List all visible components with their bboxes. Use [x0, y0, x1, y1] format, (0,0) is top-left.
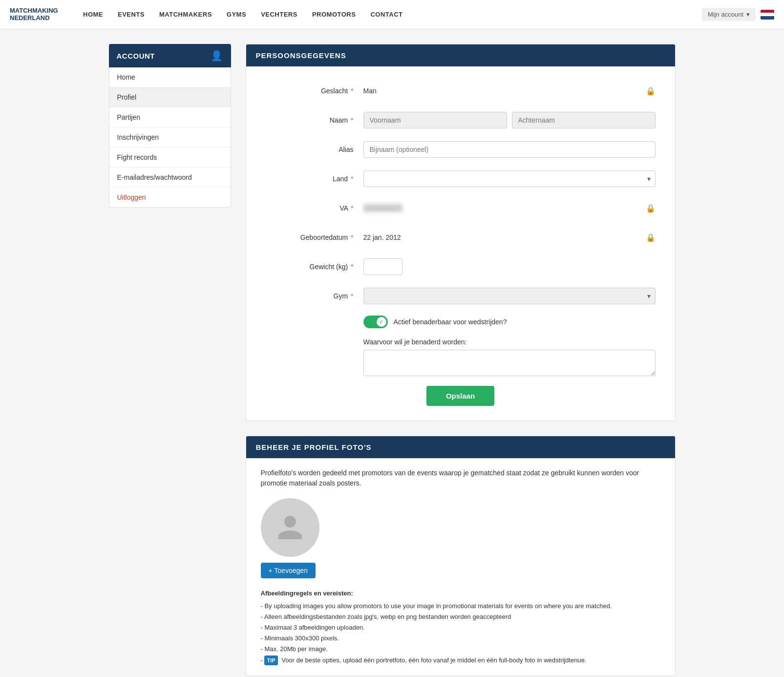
gym-field: ▾ [363, 288, 656, 304]
gewicht-label: Gewicht (kg) * [266, 263, 363, 271]
land-label: Land * [266, 175, 363, 183]
nav-vechters[interactable]: VECHTERS [261, 11, 297, 18]
land-row: Land * Nederland België ▾ [266, 169, 656, 189]
geboortedatum-field: 22 jan. 2012 🔒 [363, 233, 656, 242]
nav-home[interactable]: HOME [83, 11, 103, 18]
gym-required: * [351, 292, 353, 300]
image-rule-3: - Minimaals 300x300 pixels. [261, 633, 660, 644]
geboortedatum-value: 22 jan. 2012 [363, 233, 401, 241]
sidebar-item-partijen[interactable]: Partijen [109, 107, 231, 127]
sidebar-item-fight-records[interactable]: Fight records [109, 148, 231, 168]
geboortedatum-lock-icon: 🔒 [646, 233, 656, 242]
nav-right: Mijn account ▾ [702, 8, 774, 21]
user-menu-button[interactable]: Mijn account ▾ [702, 8, 756, 21]
sidebar-item-email[interactable]: E-mailadres/wachtwoord [109, 168, 231, 188]
waarvoor-row: Waarvoor wil je benaderd worden: [266, 338, 656, 376]
va-field: 🔒 [363, 204, 656, 213]
image-rules: Afbeeldingregels en vereisten: - By uplo… [261, 588, 660, 666]
land-required: * [351, 175, 353, 183]
naam-field [363, 112, 656, 128]
persoonsgegevens-section: PERSOONSGEGEVENS Geslacht * Man 🔒 [246, 44, 676, 421]
nav-matchmakers[interactable]: MATCHMAKERS [159, 11, 212, 18]
sidebar-header: ACCOUNT 👤 [109, 44, 231, 67]
navigation: MATCHMAKING NEDERLAND HOME EVENTS MATCHM… [0, 0, 784, 29]
gym-row: Gym * ▾ [266, 286, 656, 306]
name-fields [363, 112, 656, 128]
gym-select-wrapper: ▾ [363, 288, 656, 304]
sidebar-nav: Home Profiel Partijen Inschrijvingen Fig… [109, 67, 231, 208]
land-field: Nederland België ▾ [363, 170, 656, 187]
nav-contact[interactable]: CONTACT [370, 11, 403, 18]
image-rule-2: - Maximaal 3 afbeeldingen uploaden. [261, 622, 660, 633]
toggle-row: ✓ Actief benaderbaar voor wedstrijden? [266, 316, 656, 328]
gym-select[interactable] [363, 288, 656, 304]
geslacht-required: * [351, 87, 353, 95]
gewicht-row: Gewicht (kg) * [266, 257, 656, 276]
toggle-thumb: ✓ [377, 317, 386, 327]
gewicht-field [363, 258, 656, 275]
image-rule-0: - By uploading images you allow promotor… [261, 601, 660, 612]
sidebar-item-inschrijvingen[interactable]: Inschrijvingen [109, 127, 231, 148]
add-photo-button[interactable]: + Toevoegen [261, 563, 316, 578]
toggle-switch[interactable]: ✓ [363, 316, 388, 328]
image-rule-4: - Max. 20Mb per image. [261, 644, 660, 655]
save-button[interactable]: Opslaan [426, 386, 494, 406]
geslacht-field: Man 🔒 [363, 86, 656, 96]
profielfoto-body: Profielfoto's worden gedeeld met promoto… [246, 458, 675, 676]
sidebar-item-home[interactable]: Home [109, 67, 231, 87]
alias-field [363, 141, 656, 158]
save-row: Opslaan [266, 386, 656, 406]
alias-row: Alias [266, 140, 656, 159]
geslacht-label: Geslacht * [266, 87, 363, 95]
geboortedatum-required: * [351, 233, 353, 241]
va-value [363, 204, 403, 212]
profielfoto-header: BEHEER JE PROFIEL FOTO'S [246, 436, 675, 458]
land-select-wrapper: Nederland België ▾ [363, 170, 656, 187]
geboortedatum-row: Geboortedatum * 22 jan. 2012 🔒 [266, 228, 656, 247]
land-select[interactable]: Nederland België [363, 170, 656, 187]
waarvoor-label: Waarvoor wil je benaderd worden: [363, 338, 656, 346]
profielfoto-section: BEHEER JE PROFIEL FOTO'S Profielfoto's w… [246, 436, 676, 676]
va-label: VA * [266, 204, 363, 212]
avatar-icon [275, 513, 305, 542]
sidebar-item-profiel[interactable]: Profiel [109, 87, 231, 107]
image-rules-header: Afbeeldingregels en vereisten: [261, 588, 660, 599]
gewicht-required: * [351, 263, 353, 271]
nav-links: HOME EVENTS MATCHMAKERS GYMS VECHTERS PR… [83, 11, 702, 18]
alias-input[interactable] [363, 141, 656, 158]
logo[interactable]: MATCHMAKING NEDERLAND [10, 7, 64, 21]
last-name-input[interactable] [512, 112, 656, 128]
va-row: VA * 🔒 [266, 198, 656, 218]
avatar-placeholder [261, 498, 319, 557]
va-lock-icon: 🔒 [646, 204, 656, 213]
language-flag[interactable] [761, 10, 774, 20]
geboortedatum-label: Geboortedatum * [266, 233, 363, 241]
waarvoor-input[interactable] [363, 350, 656, 376]
main-content: PERSOONSGEGEVENS Geslacht * Man 🔒 [246, 44, 676, 677]
persoonsgegevens-body: Geslacht * Man 🔒 Naam * [246, 66, 675, 421]
image-rule-tip: - TIP Voor de beste opties, upload één p… [261, 655, 660, 666]
profielfoto-description: Profielfoto's worden gedeeld met promoto… [261, 468, 660, 488]
chevron-down-icon: ▾ [746, 11, 750, 18]
geslacht-value: Man [363, 87, 377, 95]
sidebar: ACCOUNT 👤 Home Profiel Partijen Inschrij… [109, 44, 231, 677]
nav-promotors[interactable]: PROMOTORS [312, 11, 356, 18]
persoonsgegevens-header: PERSOONSGEGEVENS [246, 44, 675, 66]
gym-label: Gym * [266, 292, 363, 300]
gewicht-input[interactable] [363, 258, 403, 275]
tip-suffix: Voor de beste opties, upload één portret… [280, 656, 587, 664]
user-icon: 👤 [211, 50, 223, 62]
tip-badge: TIP [264, 656, 277, 666]
toggle-label: Actief benaderbaar voor wedstrijden? [394, 318, 507, 326]
alias-label: Alias [266, 146, 363, 153]
sidebar-item-uitloggen[interactable]: Uitloggen [109, 188, 231, 207]
toggle-track: ✓ [363, 316, 388, 328]
image-rule-1: - Alleen afbeeldingsbestanden zoals jpg'… [261, 612, 660, 622]
first-name-input[interactable] [363, 112, 507, 128]
nav-gyms[interactable]: GYMS [227, 11, 246, 18]
naam-row: Naam * [266, 110, 656, 130]
naam-label: Naam * [266, 116, 363, 124]
geslacht-row: Geslacht * Man 🔒 [266, 81, 656, 101]
geslacht-lock-icon: 🔒 [646, 86, 656, 96]
nav-events[interactable]: EVENTS [118, 11, 145, 18]
